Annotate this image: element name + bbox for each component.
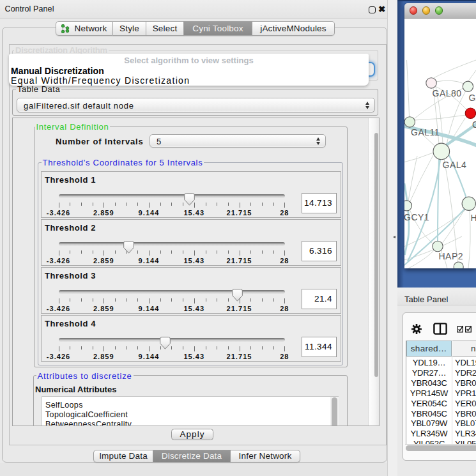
- svg-text:GCY1: GCY1: [404, 212, 429, 222]
- svg-text:H: H: [471, 212, 476, 222]
- svg-text:HAP2: HAP2: [439, 251, 464, 261]
- svg-text:C: C: [472, 119, 476, 129]
- svg-text:GAL11: GAL11: [411, 127, 440, 137]
- svg-text:GA: GA: [469, 93, 476, 103]
- svg-text:GAL80: GAL80: [433, 88, 462, 98]
- svg-text:GAL4: GAL4: [443, 160, 467, 170]
